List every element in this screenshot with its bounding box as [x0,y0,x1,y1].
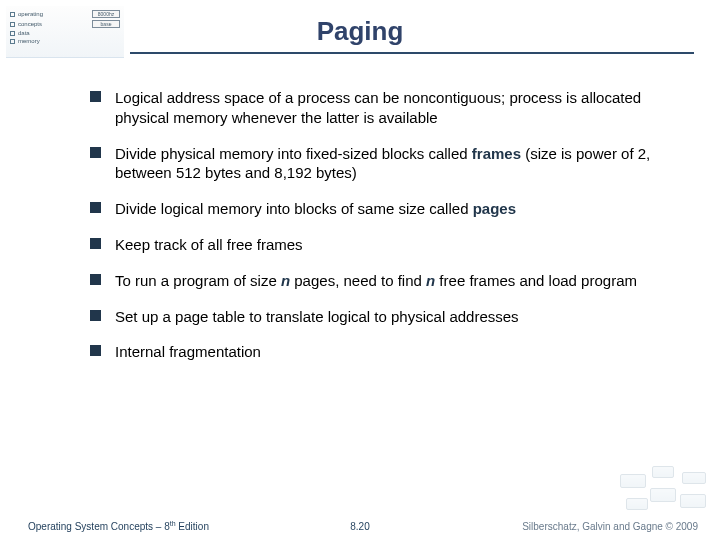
slide-title: Paging [317,16,404,50]
list-item: Logical address space of a process can b… [90,88,678,128]
list-item: Divide logical memory into blocks of sam… [90,199,678,219]
list-item-text: To run a program of size n pages, need t… [115,271,637,291]
list-item-text: Divide logical memory into blocks of sam… [115,199,516,219]
list-item-text: Keep track of all free frames [115,235,303,255]
footer-left: Operating System Concepts – 8th Edition [28,520,209,532]
thumb-text: memory [18,38,40,44]
list-item: Set up a page table to translate logical… [90,307,678,327]
list-item: Internal fragmentation [90,342,678,362]
footer-right: Silberschatz, Galvin and Gagne © 2009 [522,521,698,532]
list-item-text: Divide physical memory into fixed-sized … [115,144,678,184]
square-bullet-icon [90,274,101,285]
list-item: Divide physical memory into fixed-sized … [90,144,678,184]
square-bullet-icon [90,345,101,356]
list-item: Keep track of all free frames [90,235,678,255]
square-bullet-icon [90,238,101,249]
thumb-box: 8000hz [92,10,120,18]
square-bullet-icon [90,91,101,102]
title-underline [130,52,694,54]
list-item-text: Set up a page table to translate logical… [115,307,519,327]
bullet-list: Logical address space of a process can b… [90,88,678,362]
list-item-text: Internal fragmentation [115,342,261,362]
thumb-text: operating [18,11,43,17]
thumb-box: base [92,20,120,28]
thumb-text: data [18,30,30,36]
list-item: To run a program of size n pages, need t… [90,271,678,291]
thumb-text: concepts [18,21,42,27]
footer-page-number: 8.20 [350,521,369,532]
footer: Operating System Concepts – 8th Edition … [0,520,720,532]
corner-diagram-deco [616,464,712,518]
corner-thumbnail: operating 8000hz concepts base data memo… [6,6,124,58]
square-bullet-icon [90,310,101,321]
list-item-text: Logical address space of a process can b… [115,88,678,128]
square-bullet-icon [90,147,101,158]
square-bullet-icon [90,202,101,213]
